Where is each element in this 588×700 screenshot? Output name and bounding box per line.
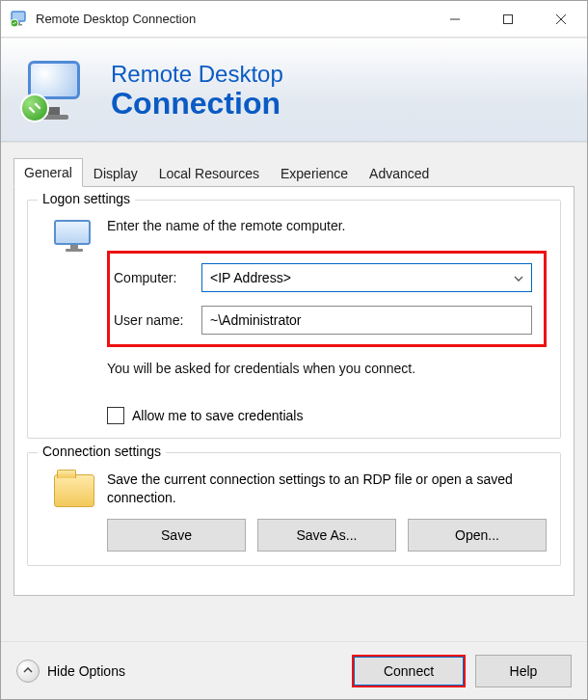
collapse-arrow-icon[interactable] <box>16 660 40 683</box>
window-title: Remote Desktop Connection <box>36 12 428 26</box>
banner-line1: Remote Desktop <box>111 61 283 88</box>
app-icon <box>11 11 28 28</box>
close-button[interactable] <box>534 1 587 38</box>
allow-save-row: Allow me to save credentials <box>107 407 547 424</box>
tab-experience[interactable]: Experience <box>270 159 359 187</box>
username-value: ~\Administrator <box>210 312 302 328</box>
tab-strip: General Display Local Resources Experien… <box>13 157 575 186</box>
username-label: User name: <box>110 312 201 328</box>
computer-icon <box>41 218 107 347</box>
content-area: General Display Local Resources Experien… <box>1 142 587 641</box>
rdc-window: Remote Desktop Connection <box>0 0 588 700</box>
banner: Remote Desktop Connection <box>1 38 587 142</box>
hide-options-link[interactable]: Hide Options <box>47 663 352 679</box>
open-button[interactable]: Open... <box>408 519 547 552</box>
banner-line2: Connection <box>111 88 283 119</box>
tab-local-resources[interactable]: Local Resources <box>148 159 270 187</box>
minimize-button[interactable] <box>428 1 481 38</box>
computer-value: <IP Address> <box>210 270 291 285</box>
computer-label: Computer: <box>110 270 201 285</box>
save-as-button[interactable]: Save As... <box>257 519 396 552</box>
svg-rect-5 <box>503 14 512 23</box>
logon-group-title: Logon settings <box>38 191 135 206</box>
username-input[interactable]: ~\Administrator <box>201 306 532 335</box>
logon-settings-group: Logon settings Enter the name of the rem… <box>27 200 561 439</box>
banner-text: Remote Desktop Connection <box>111 61 283 119</box>
allow-save-label[interactable]: Allow me to save credentials <box>132 408 303 423</box>
connect-button[interactable]: Connect <box>352 655 466 687</box>
help-button[interactable]: Help <box>475 655 572 687</box>
tab-advanced[interactable]: Advanced <box>359 159 440 187</box>
tab-panel-general: Logon settings Enter the name of the rem… <box>13 186 575 596</box>
allow-save-checkbox[interactable] <box>107 407 124 424</box>
highlight-box: Computer: <IP Address> User name: <box>107 251 547 347</box>
connection-text: Save the current connection settings to … <box>107 471 547 507</box>
save-button[interactable]: Save <box>107 519 246 552</box>
logon-instruction: Enter the name of the remote computer. <box>107 218 547 233</box>
svg-point-3 <box>11 19 18 27</box>
connection-group-title: Connection settings <box>38 444 166 459</box>
chevron-down-icon <box>514 272 523 283</box>
title-bar: Remote Desktop Connection <box>1 1 587 38</box>
tab-general[interactable]: General <box>13 158 83 187</box>
connection-settings-group: Connection settings Save the current con… <box>27 452 561 566</box>
credential-note: You will be asked for credentials when y… <box>107 361 547 376</box>
computer-combobox[interactable]: <IP Address> <box>201 263 532 292</box>
maximize-button[interactable] <box>481 1 534 38</box>
bottom-bar: Hide Options Connect Help <box>1 641 587 699</box>
folder-icon <box>41 471 107 552</box>
rdc-logo-icon <box>24 59 86 121</box>
window-controls <box>428 1 587 38</box>
tab-display[interactable]: Display <box>83 159 148 187</box>
